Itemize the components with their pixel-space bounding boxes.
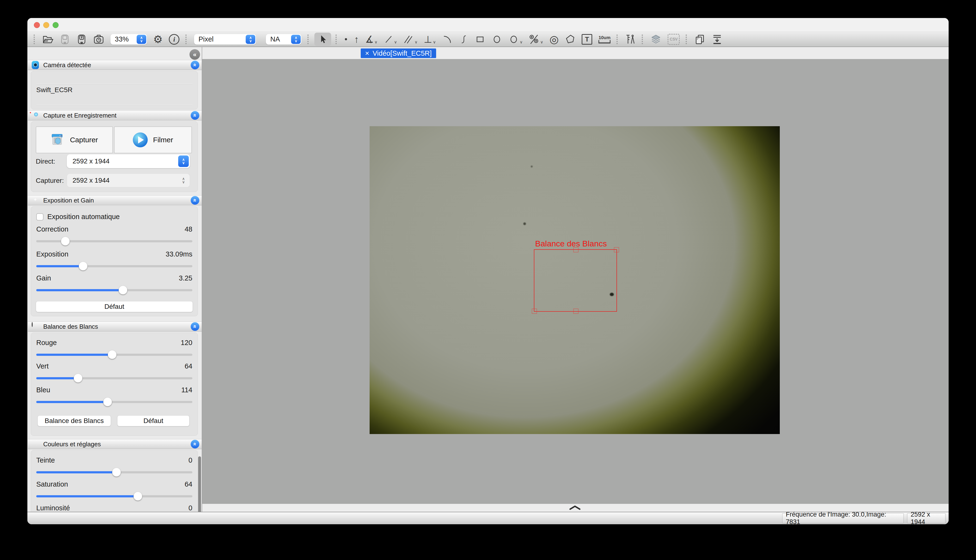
red-slider[interactable]: Rouge120: [36, 339, 192, 362]
arrow-tool-icon[interactable]: ↑: [354, 34, 359, 45]
region-handle[interactable]: [573, 308, 578, 314]
gain-slider[interactable]: Gain3.25: [36, 274, 192, 297]
slider-thumb[interactable]: [108, 350, 117, 359]
record-button[interactable]: Filmer: [114, 127, 192, 153]
zoom-select[interactable]: 33% ∧∨: [110, 34, 147, 45]
section-header-colors[interactable]: Couleurs et réglages «: [28, 439, 202, 449]
zoom-value: 33%: [115, 35, 134, 43]
close-window-button[interactable]: [34, 22, 40, 28]
burst-capture-icon[interactable]: [76, 34, 87, 45]
auto-exposure-checkbox[interactable]: [36, 213, 43, 220]
live-resolution-select[interactable]: 2592 x 1944 ∧∨: [67, 154, 190, 168]
collapse-sidebar-button[interactable]: «: [189, 49, 200, 60]
region-handle[interactable]: [614, 247, 619, 252]
green-slider[interactable]: Vert64: [36, 362, 192, 385]
stepper-icon[interactable]: ∧∨: [178, 155, 189, 167]
toolbar-separator: [186, 35, 188, 44]
slider-thumb[interactable]: [61, 237, 70, 245]
section-title: Couleurs et réglages: [43, 440, 191, 448]
section-header-capture[interactable]: Capture et Enregistrement «: [28, 110, 202, 120]
camera-list-panel: Swift_EC5R: [31, 71, 198, 109]
collapse-section-icon[interactable]: «: [191, 111, 199, 120]
ellipse-tool-icon[interactable]: [491, 34, 502, 45]
collapse-section-icon[interactable]: «: [191, 61, 199, 69]
na-select[interactable]: NA ∧∨: [266, 34, 301, 45]
capture-button[interactable]: Capturer: [36, 127, 113, 153]
rectangle-tool-icon[interactable]: [475, 34, 485, 45]
main-area: « Caméra détectée « Swift_EC5R Capture e…: [27, 47, 949, 512]
info-icon[interactable]: i: [169, 34, 179, 45]
toolbar-separator: [642, 35, 644, 44]
minimize-window-button[interactable]: [43, 22, 49, 28]
hue-slider[interactable]: Teinte0: [36, 457, 192, 479]
layers-icon[interactable]: [650, 34, 662, 45]
save-icon[interactable]: [60, 34, 70, 45]
camera-list-item[interactable]: Swift_EC5R: [36, 86, 72, 94]
duplicate-icon[interactable]: [694, 34, 705, 45]
point-tool-icon[interactable]: [345, 38, 347, 40]
white-balance-region[interactable]: [534, 249, 617, 312]
exposure-default-button[interactable]: Défaut: [36, 301, 193, 312]
slider-thumb[interactable]: [79, 262, 87, 270]
close-tab-icon[interactable]: ×: [365, 50, 369, 57]
correction-slider[interactable]: Correction48: [36, 225, 192, 248]
concentric-circles-tool-icon[interactable]: ◎: [550, 34, 558, 45]
luminosity-slider[interactable]: Luminosité0: [36, 504, 192, 512]
scalebar-tool-icon[interactable]: 10um: [598, 35, 610, 43]
stepper-icon[interactable]: ∧∨: [137, 35, 146, 44]
pointer-tool-selected[interactable]: [314, 33, 331, 46]
video-tab[interactable]: × Vidéo[Swift_EC5R]: [361, 48, 436, 58]
parallel-lines-tool-icon[interactable]: ∨: [403, 34, 418, 45]
unit-select[interactable]: Pixel ∧∨: [194, 34, 256, 45]
region-handle[interactable]: [573, 247, 578, 252]
na-value: NA: [270, 35, 289, 43]
canvas-area[interactable]: Balance des Blancs: [202, 59, 949, 504]
blue-slider[interactable]: Bleu114: [36, 386, 192, 409]
sidebar-scrollbar[interactable]: [198, 457, 201, 512]
slider-thumb[interactable]: [103, 398, 112, 406]
linked-circles-tool-icon[interactable]: ∨: [529, 34, 543, 45]
polygon-tool-icon[interactable]: [565, 34, 575, 45]
color-wheel-icon: [32, 440, 40, 448]
arc-tool-icon[interactable]: [442, 34, 453, 45]
slider-thumb[interactable]: [74, 374, 82, 382]
workspace: × Vidéo[Swift_EC5R] Balance des Blancs: [202, 47, 949, 512]
csv-export-icon[interactable]: CSV: [668, 34, 680, 45]
live-resolution-label: Direct:: [36, 158, 55, 165]
section-header-exposure[interactable]: + Exposition et Gain «: [28, 195, 202, 205]
section-header-camera[interactable]: Caméra détectée «: [28, 60, 202, 70]
line-tool-icon[interactable]: ∨: [384, 34, 397, 45]
flatten-export-icon[interactable]: [712, 34, 723, 45]
white-balance-default-button[interactable]: Défaut: [117, 415, 189, 427]
collapse-section-icon[interactable]: «: [191, 322, 199, 331]
saturation-slider[interactable]: Saturation64: [36, 480, 192, 503]
text-tool-icon[interactable]: T: [582, 34, 592, 45]
slider-thumb[interactable]: [134, 492, 142, 500]
stepper-icon[interactable]: ∧∨: [291, 35, 301, 44]
slider-thumb[interactable]: [112, 468, 121, 477]
stepper-icon[interactable]: ∧∨: [246, 35, 255, 44]
perpendicular-tool-icon[interactable]: ⊥∨: [424, 34, 436, 45]
timed-capture-icon[interactable]: [93, 34, 104, 45]
camera-live-image[interactable]: Balance des Blancs: [369, 126, 780, 434]
section-header-white-balance[interactable]: Balance des Blancs «: [28, 322, 202, 332]
toolbar-separator: [308, 35, 310, 44]
angle-tool-icon[interactable]: ∡∨: [365, 34, 377, 45]
dust-speck: [523, 222, 526, 225]
screen: 33% ∧∨ ⚙ i Pixel ∧∨ NA ∧∨ ↑ ∡∨ ∨ ∨ ⊥∨: [0, 0, 976, 560]
exposure-slider[interactable]: Exposition33.09ms: [36, 250, 192, 273]
circle-tool-icon[interactable]: ∨: [508, 34, 523, 45]
curve-tool-icon[interactable]: [459, 34, 468, 45]
slider-thumb[interactable]: [119, 286, 127, 294]
collapse-section-icon[interactable]: «: [191, 196, 199, 205]
collapse-section-icon[interactable]: «: [191, 440, 199, 448]
expand-panel-icon[interactable]: [569, 505, 581, 511]
open-folder-icon[interactable]: [42, 34, 53, 45]
zoom-window-button[interactable]: [53, 22, 58, 28]
settings-gear-icon[interactable]: ⚙: [153, 34, 162, 45]
stepper-icon[interactable]: ∧∨: [178, 175, 189, 186]
white-balance-button[interactable]: Balance des Blancs: [37, 415, 111, 427]
region-handle[interactable]: [532, 308, 537, 314]
caliper-tool-icon[interactable]: [625, 34, 636, 45]
capture-resolution-select[interactable]: 2592 x 1944 ∧∨: [67, 173, 190, 187]
